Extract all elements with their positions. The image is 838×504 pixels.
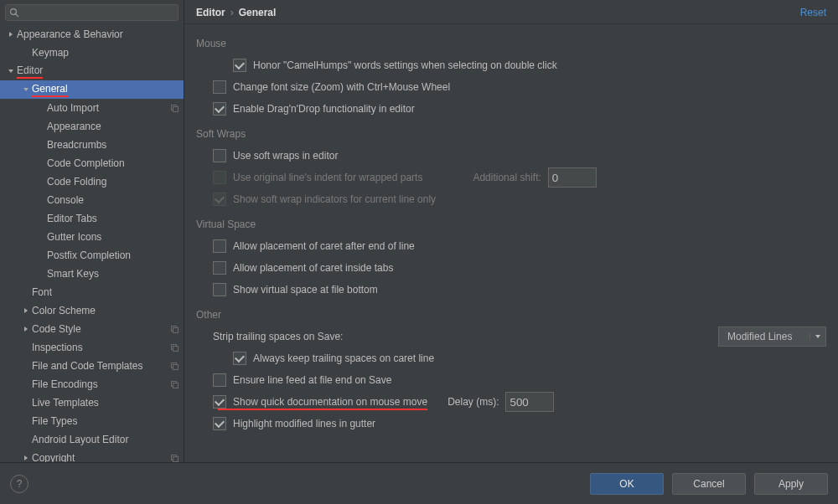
sidebar-item-code-folding[interactable]: Code Folding (0, 172, 184, 191)
profile-icon (170, 454, 178, 462)
checkbox[interactable] (213, 80, 226, 94)
sidebar-item-appearance[interactable]: Appearance (0, 117, 184, 136)
checkbox[interactable] (213, 373, 226, 387)
sidebar-item-label: Smart Keys (47, 268, 178, 280)
setting-label: Use original line's indent for wrapped p… (233, 172, 422, 183)
checkbox[interactable] (213, 239, 226, 253)
sidebar-item-keymap[interactable]: Keymap (0, 44, 184, 62)
strip-spaces-select[interactable]: Modified Lines (718, 327, 826, 347)
sidebar-item-postfix-completion[interactable]: Postfix Completion (0, 246, 184, 265)
sidebar-item-console[interactable]: Console (0, 191, 184, 209)
cancel-button[interactable]: Cancel (672, 473, 746, 495)
tree-arrow-icon (20, 86, 32, 93)
profile-icon (170, 325, 178, 333)
svg-point-0 (11, 9, 17, 15)
sidebar-item-gutter-icons[interactable]: Gutter Icons (0, 228, 184, 246)
svg-rect-3 (173, 107, 178, 112)
delay-input[interactable] (505, 392, 554, 412)
sidebar-item-breadcrumbs[interactable]: Breadcrumbs (0, 136, 184, 154)
sidebar-item-file-and-code-templates[interactable]: File and Code Templates (0, 357, 184, 375)
reset-link[interactable]: Reset (800, 7, 826, 18)
select-value: Modified Lines (719, 331, 810, 342)
setting-row: Change font size (Zoom) with Ctrl+Mouse … (196, 76, 826, 98)
strip-spaces-row: Strip trailing spaces on Save:Modified L… (196, 326, 826, 347)
sidebar-item-label: Copyright (32, 452, 170, 462)
setting-label: Always keep trailing spaces on caret lin… (253, 352, 434, 364)
sidebar-item-label: File and Code Templates (32, 360, 170, 372)
sidebar-item-code-style[interactable]: Code Style (0, 320, 184, 338)
setting-label: Use soft wraps in editor (233, 150, 338, 162)
profile-icon (170, 343, 178, 352)
sidebar-item-copyright[interactable]: Copyright (0, 449, 184, 462)
sidebar-item-color-scheme[interactable]: Color Scheme (0, 301, 184, 320)
sidebar-item-label: Postfix Completion (47, 249, 178, 261)
sidebar-item-general[interactable]: General (0, 80, 184, 99)
setting-row: Ensure line feed at file end on Save (196, 369, 826, 391)
sidebar-item-auto-import[interactable]: Auto Import (0, 99, 184, 117)
svg-rect-9 (173, 365, 178, 370)
checkbox (213, 171, 226, 184)
sidebar-item-label: Android Layout Editor (32, 434, 178, 445)
help-icon[interactable]: ? (10, 475, 28, 493)
chevron-down-icon (810, 333, 825, 340)
sidebar-item-code-completion[interactable]: Code Completion (0, 154, 184, 172)
sidebar-item-label: Font (32, 286, 178, 298)
setting-row: Use original line's indent for wrapped p… (196, 167, 826, 188)
checkbox[interactable] (213, 395, 226, 409)
profile-icon (170, 362, 178, 370)
checkbox[interactable] (213, 261, 226, 275)
setting-row: Allow placement of caret inside tabs (196, 257, 826, 279)
setting-label: Strip trailing spaces on Save: (213, 331, 343, 342)
svg-rect-11 (173, 383, 178, 388)
checkbox[interactable] (233, 59, 246, 72)
checkbox[interactable] (213, 417, 226, 430)
sidebar-item-smart-keys[interactable]: Smart Keys (0, 265, 184, 283)
sidebar-item-label: Code Completion (47, 157, 178, 169)
sidebar-item-label: Auto Import (47, 102, 170, 114)
search-input[interactable] (5, 4, 178, 21)
setting-label: Show virtual space at file bottom (233, 284, 378, 296)
profile-icon (170, 104, 178, 112)
ok-button[interactable]: OK (590, 473, 664, 495)
group-title: Other (196, 309, 826, 321)
search-box[interactable] (5, 4, 178, 21)
apply-button[interactable]: Apply (754, 473, 828, 495)
setting-row: Highlight modified lines in gutter (196, 413, 826, 435)
sidebar-item-inspections[interactable]: Inspections (0, 338, 184, 357)
sidebar-item-label: Code Folding (47, 176, 178, 188)
sidebar-item-live-templates[interactable]: Live Templates (0, 393, 184, 412)
sidebar-item-file-encodings[interactable]: File Encodings (0, 375, 184, 393)
setting-label: Enable Drag'n'Drop functionality in edit… (233, 103, 415, 115)
setting-label: Ensure line feed at file end on Save (233, 374, 391, 386)
checkbox[interactable] (213, 102, 226, 116)
sidebar-item-appearance-behavior[interactable]: Appearance & Behavior (0, 25, 184, 44)
tree-arrow-icon (20, 455, 32, 461)
sidebar-item-label: Gutter Icons (47, 231, 178, 243)
setting-row: Show virtual space at file bottom (196, 279, 826, 301)
sidebar-item-editor-tabs[interactable]: Editor Tabs (0, 209, 184, 228)
tree-arrow-icon (5, 68, 17, 75)
additional-shift-input (548, 167, 597, 188)
settings-tree[interactable]: Appearance & BehaviorKeymapEditorGeneral… (0, 25, 184, 462)
sidebar-item-file-types[interactable]: File Types (0, 412, 184, 430)
setting-row: Allow placement of caret after end of li… (196, 235, 826, 257)
group-title: Virtual Space (196, 219, 826, 230)
group-title: Mouse (196, 38, 826, 49)
sidebar-item-android-layout-editor[interactable]: Android Layout Editor (0, 430, 184, 449)
checkbox[interactable] (213, 283, 226, 296)
setting-row: Always keep trailing spaces on caret lin… (196, 347, 826, 369)
sidebar-item-editor[interactable]: Editor (0, 62, 184, 80)
setting-label: Allow placement of caret after end of li… (233, 240, 415, 252)
sidebar-item-font[interactable]: Font (0, 283, 184, 301)
checkbox[interactable] (233, 352, 246, 365)
profile-icon (170, 380, 178, 388)
sidebar-item-label: Editor (17, 64, 178, 79)
setting-row: Show soft wrap indicators for current li… (196, 188, 826, 210)
checkbox[interactable] (213, 149, 226, 162)
sidebar-item-label: Editor Tabs (47, 213, 178, 224)
sidebar-item-label: Live Templates (32, 397, 178, 409)
sidebar-item-label: Appearance & Behavior (17, 28, 178, 40)
sidebar-item-label: Code Style (32, 323, 170, 335)
sidebar-item-label: File Encodings (32, 378, 170, 390)
setting-label: Show soft wrap indicators for current li… (233, 193, 436, 205)
